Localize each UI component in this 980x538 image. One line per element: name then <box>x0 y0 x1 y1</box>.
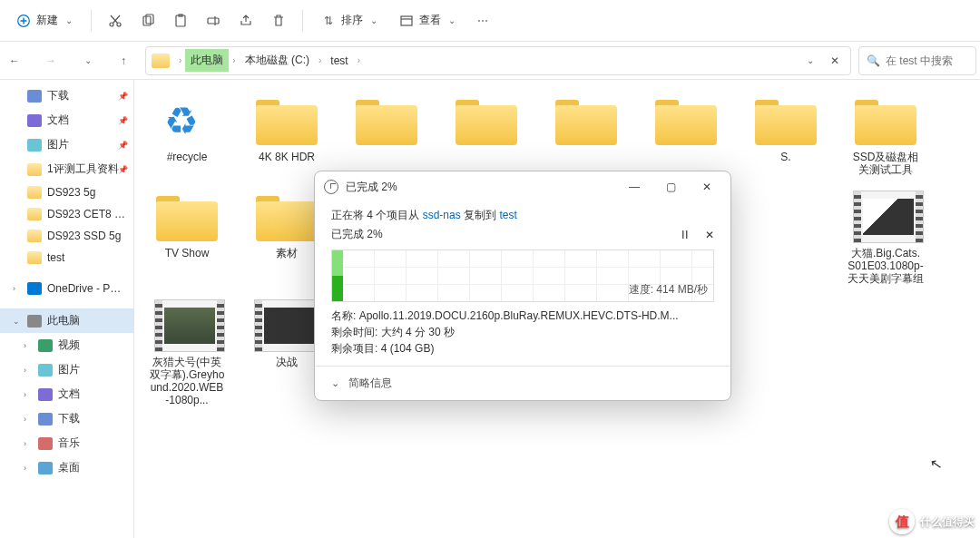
video-icon <box>154 299 225 352</box>
more-button[interactable]: ⋯ <box>468 6 497 35</box>
dest-link[interactable]: test <box>499 209 516 221</box>
sidebar-item[interactable]: 下载📌 <box>0 83 133 108</box>
dialog-footer[interactable]: ⌄ 简略信息 <box>315 366 730 400</box>
sidebar-item[interactable]: ›视频 <box>0 333 133 357</box>
sidebar-item-label: OneDrive - Personal <box>47 282 126 295</box>
sidebar-item[interactable]: test <box>0 247 133 269</box>
folder-icon <box>554 94 619 147</box>
progress-bar <box>332 250 343 301</box>
sidebar-item[interactable]: ›图片 <box>0 357 133 382</box>
sidebar-item[interactable]: ›下载 <box>0 406 133 431</box>
watermark-text: 什么值得买 <box>920 514 975 530</box>
pause-button[interactable]: ⅠⅠ <box>681 229 689 241</box>
recent-button[interactable]: ⌄ <box>73 46 102 75</box>
crumb-drive[interactable]: 本地磁盘 (C:) <box>240 49 315 72</box>
up-button[interactable]: ↑ <box>109 46 138 75</box>
grid-item[interactable]: 大猫.Big.Cats.S01E03.1080p-天天美剧字幕组 <box>844 187 927 289</box>
details-toggle[interactable]: 简略信息 <box>348 376 392 391</box>
copy-button[interactable] <box>133 6 162 35</box>
delete-button[interactable] <box>264 6 293 35</box>
sidebar-item[interactable]: ›桌面 <box>0 455 133 480</box>
folder-icon <box>254 191 319 243</box>
item-label: 灰猎犬号(中英双字幕).Greyhound.2020.WEB-1080p... <box>149 356 225 406</box>
sort-button[interactable]: ⇅ 排序 ⌄ <box>312 7 387 34</box>
separator <box>91 10 92 32</box>
chevron-right-icon: › <box>317 55 323 65</box>
grid-item[interactable]: SSD及磁盘相关测试工具 <box>844 91 927 180</box>
cancel-button[interactable]: ✕ <box>705 229 714 241</box>
sidebar-item-label: DS923 5g <box>47 186 126 199</box>
source-link[interactable]: ssd-nas <box>423 209 461 221</box>
sidebar-item-label: DS923 SSD 5g <box>47 230 126 242</box>
dialog-meta: 名称: Apollo.11.2019.DOCU.2160p.BluRay.REM… <box>331 308 714 357</box>
sidebar-item-label: 此电脑 <box>47 313 126 328</box>
sidebar-item[interactable]: 图片📌 <box>0 132 133 157</box>
view-label: 查看 <box>419 13 441 28</box>
pin-icon: 📌 <box>118 141 128 150</box>
sidebar-item[interactable]: 1评测工具资料📌 <box>0 157 133 181</box>
maximize-button[interactable]: ▢ <box>656 176 685 198</box>
folder-icon <box>454 94 519 147</box>
sidebar-item-label: 文档 <box>58 386 126 402</box>
chevron-down-icon: ⌄ <box>448 15 456 25</box>
new-button[interactable]: 新建 ⌄ <box>7 7 82 34</box>
cut-button[interactable] <box>101 6 130 35</box>
sidebar-item-label: 视频 <box>58 337 126 353</box>
grid-item[interactable]: ♻#recycle <box>145 91 229 180</box>
grid-item[interactable] <box>445 91 528 180</box>
view-button[interactable]: 查看 ⌄ <box>390 7 465 34</box>
back-button[interactable]: ← <box>0 46 29 75</box>
share-button[interactable] <box>231 6 260 35</box>
sidebar-item[interactable]: ›文档 <box>0 382 133 406</box>
folder-icon <box>254 94 319 147</box>
grid-item[interactable] <box>644 91 728 180</box>
sidebar-item[interactable]: DS923 5g <box>0 181 133 203</box>
grid-item[interactable] <box>544 91 628 180</box>
folder-icon <box>38 339 53 352</box>
sidebar-item[interactable]: ›音乐 <box>0 431 133 455</box>
crumb-thispc[interactable]: 此电脑 <box>185 49 229 72</box>
chevron-right-icon: › <box>230 55 237 65</box>
item-label: #recycle <box>149 151 225 163</box>
address-chevron-button[interactable]: ⌄ <box>798 49 821 73</box>
sidebar-item[interactable]: ›OneDrive - Personal <box>0 278 133 299</box>
crumb-test[interactable]: test <box>325 51 353 71</box>
folder-icon <box>753 94 818 147</box>
grid-item[interactable] <box>345 91 428 180</box>
recycle-icon: ♻ <box>154 94 209 147</box>
clock-icon <box>324 180 338 194</box>
grid-item[interactable]: TV Show <box>145 187 229 289</box>
sidebar-item[interactable]: 文档📌 <box>0 108 133 132</box>
video-icon <box>853 191 924 243</box>
breadcrumb[interactable]: › 此电脑 › 本地磁盘 (C:) › test › ⌄ ✕ <box>145 46 851 75</box>
sidebar-item-label: 下载 <box>47 88 126 103</box>
folder-icon <box>853 94 918 147</box>
dialog-titlebar[interactable]: 已完成 2% ― ▢ ✕ <box>315 171 730 202</box>
grid-item[interactable]: S. <box>744 91 828 180</box>
paste-button[interactable] <box>166 6 195 35</box>
address-close-button[interactable]: ✕ <box>823 49 847 73</box>
folder-icon <box>27 282 42 295</box>
item-label: SSD及磁盘相关测试工具 <box>848 151 924 176</box>
folder-icon <box>38 388 53 401</box>
item-label: 4K 8K HDR <box>249 151 325 163</box>
svg-rect-7 <box>208 18 219 24</box>
separator <box>302 10 303 32</box>
minimize-button[interactable]: ― <box>620 176 649 198</box>
forward-button[interactable]: → <box>36 46 65 75</box>
sidebar-item[interactable]: DS923 CET8 5g <box>0 203 133 225</box>
folder-icon <box>27 186 42 199</box>
chevron-down-icon: ⌄ <box>331 377 339 389</box>
folder-icon <box>38 364 53 377</box>
grid-item[interactable]: 灰猎犬号(中英双字幕).Greyhound.2020.WEB-1080p... <box>145 296 229 410</box>
sidebar-item[interactable]: DS923 SSD 5g <box>0 225 133 247</box>
rename-button[interactable] <box>199 6 228 35</box>
sidebar-item[interactable]: ⌄此电脑 <box>0 308 133 333</box>
search-box[interactable]: 🔍 <box>858 46 976 75</box>
svg-rect-5 <box>176 15 185 26</box>
folder-icon <box>38 462 53 474</box>
close-button[interactable]: ✕ <box>692 176 721 198</box>
grid-item[interactable]: 4K 8K HDR <box>245 91 328 180</box>
speed-graph: 速度: 414 MB/秒 <box>331 249 714 302</box>
search-input[interactable] <box>886 54 968 67</box>
